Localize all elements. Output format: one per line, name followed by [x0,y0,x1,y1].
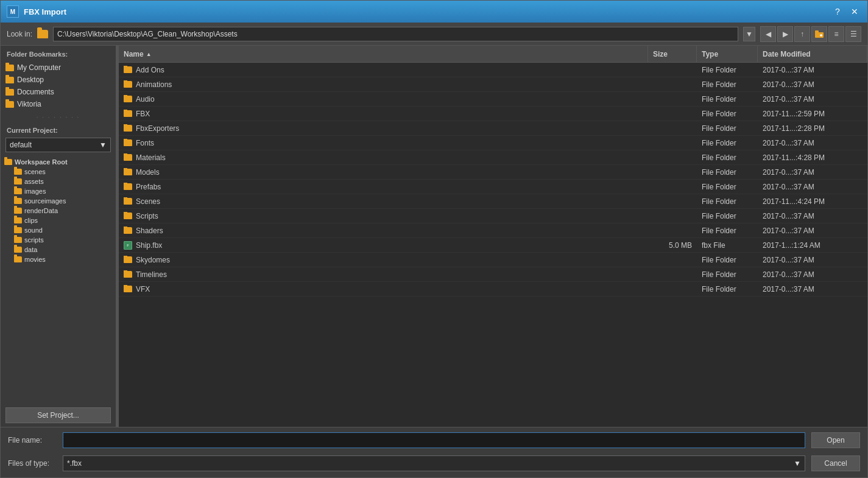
filename-input[interactable] [63,432,805,448]
file-row[interactable]: FontsFile Folder2017-0...:37 AM [119,136,867,150]
file-cell-size: 5.0 MB [648,241,697,250]
folder-icon [4,159,12,165]
file-row[interactable]: MaterialsFile Folder2017-11...:4:28 PM [119,150,867,165]
detail-view-button[interactable]: ☰ [845,26,861,42]
file-cell-type: File Folder [697,285,758,293]
folder-icon [5,101,14,108]
file-cell-type: File Folder [697,168,758,177]
close-button[interactable]: ✕ [848,5,861,18]
tree-item-clips[interactable]: clips [1,216,116,225]
tree-item-label: sound [24,227,43,234]
tree-item-images[interactable]: images [1,186,116,196]
file-cell-date: 2017-0...:37 AM [758,285,867,293]
file-name-text: FBX [136,110,150,118]
col-header-date[interactable]: Date Modified [758,46,867,62]
nav-forward-button[interactable]: ▶ [777,26,793,42]
file-panel: Name ▲ Size Type Date Modified Add OnsFi… [119,46,867,427]
col-header-type[interactable]: Type [697,46,758,62]
tree-item-movies[interactable]: movies [1,255,116,264]
workspace-tree: Workspace Root scenes assets [1,156,116,404]
file-row[interactable]: AnimationsFile Folder2017-0...:37 AM [119,77,867,92]
folder-icon [124,256,132,263]
tree-item-label: renderData [24,207,58,214]
file-row[interactable]: TimelinesFile Folder2017-0...:37 AM [119,267,867,282]
file-row[interactable]: FBXFile Folder2017-11...:2:59 PM [119,107,867,121]
file-cell-type: File Folder [697,197,758,206]
file-name-text: Fonts [136,139,154,147]
look-in-path[interactable] [53,27,738,41]
file-cell-date: 2017-11...:2:28 PM [758,124,867,133]
tree-item-label: data [24,246,37,253]
file-row[interactable]: FShip.fbx5.0 MBfbx File2017-1...:1:24 AM [119,238,867,253]
file-cell-date: 2017-0...:37 AM [758,95,867,104]
set-project-button[interactable]: Set Project... [5,407,111,423]
file-name-text: Animations [136,80,172,89]
file-cell-type: File Folder [697,270,758,279]
tree-item-data[interactable]: data [1,245,116,255]
file-name-text: Audio [136,95,155,104]
new-folder-button[interactable] [811,26,827,42]
file-row[interactable]: VFXFile Folder2017-0...:37 AM [119,282,867,297]
file-cell-name: Scenes [119,197,648,206]
dropdown-arrow: ▼ [794,459,801,468]
look-in-dropdown[interactable]: ▼ [743,27,755,41]
tree-item-sound[interactable]: sound [1,225,116,235]
bookmarks-list: My Computer Desktop Documents Viktoria [1,60,116,111]
bookmark-label: Viktoria [17,100,41,108]
folder-icon [124,66,132,73]
col-header-name[interactable]: Name ▲ [119,46,648,62]
file-cell-date: 2017-0...:37 AM [758,227,867,235]
tree-item-scripts[interactable]: scripts [1,235,116,245]
nav-up-button[interactable]: ↑ [794,26,810,42]
file-row[interactable]: ScenesFile Folder2017-11...:4:24 PM [119,194,867,209]
folder-icon [124,183,132,190]
dialog-title: FBX Import [24,7,831,16]
file-cell-name: Add Ons [119,66,648,74]
help-button[interactable]: ? [831,5,844,18]
col-header-size[interactable]: Size [648,46,697,62]
toolbar-buttons: ◀ ▶ ↑ ≡ ☰ [760,26,861,42]
tree-item-label: assets [24,178,44,185]
tree-item-label: sourceimages [24,197,66,205]
workspace-root[interactable]: Workspace Root [1,157,116,167]
tree-item-scenes[interactable]: scenes [1,167,116,177]
file-row[interactable]: SkydomesFile Folder2017-0...:37 AM [119,253,867,267]
bookmark-documents[interactable]: Documents [1,86,116,98]
file-row[interactable]: ScriptsFile Folder2017-0...:37 AM [119,209,867,223]
current-project-label: Current Project: [1,123,116,136]
file-cell-type: File Folder [697,80,758,89]
file-name-text: Add Ons [136,66,164,74]
file-row[interactable]: PrefabsFile Folder2017-0...:37 AM [119,180,867,194]
file-name-text: Shaders [136,227,163,235]
bookmark-my-computer[interactable]: My Computer [1,62,116,74]
filetype-row: Files of type: *.fbx ▼ Cancel [1,453,867,477]
filetype-select[interactable]: *.fbx ▼ [63,455,805,471]
file-row[interactable]: FbxExportersFile Folder2017-11...:2:28 P… [119,121,867,136]
bookmark-viktoria[interactable]: Viktoria [1,98,116,110]
folder-icon [124,125,132,132]
look-in-label: Look in: [7,30,32,38]
tree-item-label: clips [24,217,38,224]
bookmark-desktop[interactable]: Desktop [1,74,116,86]
tree-item-assets[interactable]: assets [1,177,116,186]
file-row[interactable]: AudioFile Folder2017-0...:37 AM [119,92,867,107]
tree-item-sourceimages[interactable]: sourceimages [1,196,116,206]
nav-back-button[interactable]: ◀ [760,26,776,42]
file-list: Add OnsFile Folder2017-0...:37 AMAnimati… [119,63,867,427]
open-button[interactable]: Open [811,432,860,448]
title-bar-controls: ? ✕ [831,5,861,18]
tree-item-renderdata[interactable]: renderData [1,206,116,216]
file-row[interactable]: Add OnsFile Folder2017-0...:37 AM [119,63,867,77]
project-dropdown[interactable]: default ▼ [5,138,111,152]
file-cell-date: 2017-0...:37 AM [758,212,867,220]
folder-icon [124,154,132,161]
cancel-button[interactable]: Cancel [811,455,860,471]
fbx-file-icon: F [124,241,132,250]
list-view-button[interactable]: ≡ [828,26,844,42]
file-row[interactable]: ShadersFile Folder2017-0...:37 AM [119,223,867,238]
file-cell-date: 2017-0...:37 AM [758,66,867,74]
folder-icon [124,271,132,278]
file-row[interactable]: ModelsFile Folder2017-0...:37 AM [119,165,867,180]
file-cell-date: 2017-1...:1:24 AM [758,241,867,250]
file-name-text: Models [136,168,160,177]
